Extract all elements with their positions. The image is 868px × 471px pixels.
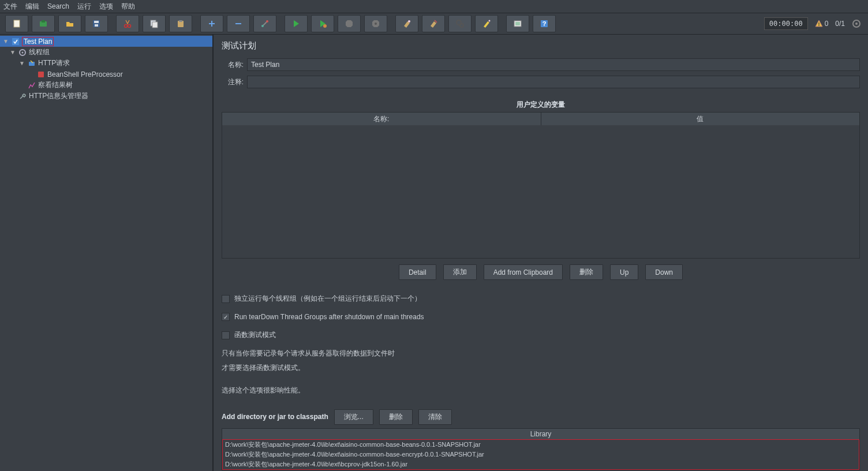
collapse-button[interactable] xyxy=(227,15,250,32)
library-row[interactable]: D:\work\安装包\apache-jmeter-4.0\lib\ext\bc… xyxy=(223,459,859,469)
delete-button[interactable]: 删除 xyxy=(570,264,603,280)
expand-button[interactable] xyxy=(200,15,223,32)
toolbar: ? 00:00:00 ! 0 0/1 xyxy=(0,13,868,35)
copy-button[interactable] xyxy=(143,15,166,32)
thread-count-value: 0/1 xyxy=(835,20,845,28)
add-from-clipboard-button[interactable]: Add from Clipboard xyxy=(484,264,563,280)
new-button[interactable] xyxy=(5,15,28,32)
add-button[interactable]: 添加 xyxy=(443,264,477,280)
menu-run[interactable]: 运行 xyxy=(77,2,91,12)
svg-point-6 xyxy=(125,25,128,28)
vars-section-title: 用户定义的变量 xyxy=(222,100,860,110)
tree-node-beanshell[interactable]: BeanShell PreProcessor xyxy=(0,69,212,80)
helper-text-1: 只有当你需要记录每个请求从服务器取得的数据到文件时 xyxy=(222,348,860,359)
svg-rect-11 xyxy=(179,20,182,22)
menu-options[interactable]: 选项 xyxy=(99,2,113,12)
tree-toggle-icon[interactable]: ▼ xyxy=(2,38,9,44)
svg-text:?: ? xyxy=(542,20,547,27)
svg-text:!: ! xyxy=(818,21,820,27)
tree-node-viewresults[interactable]: 察看结果树 xyxy=(0,80,212,91)
testplan-icon xyxy=(11,37,20,46)
save-button[interactable] xyxy=(85,15,108,32)
start-noTimers-button[interactable] xyxy=(311,15,334,32)
vars-table: 名称: 值 xyxy=(222,112,860,259)
svg-point-31 xyxy=(855,23,858,25)
toggle-button[interactable] xyxy=(253,15,276,32)
comment-input[interactable] xyxy=(247,76,860,88)
clear-all-button[interactable] xyxy=(422,15,445,32)
name-input[interactable] xyxy=(247,58,860,71)
vars-table-body[interactable] xyxy=(222,125,859,258)
panel-title: 测试计划 xyxy=(222,40,860,51)
cut-button[interactable] xyxy=(116,15,139,32)
delete-jar-button[interactable]: 删除 xyxy=(379,409,413,425)
clear-jar-button[interactable]: 清除 xyxy=(418,409,452,425)
open-button[interactable] xyxy=(58,15,81,32)
svg-point-16 xyxy=(266,20,268,23)
tree-node-testplan[interactable]: ▼ Test Plan xyxy=(0,36,212,47)
svg-point-15 xyxy=(261,25,264,27)
tree-label-testplan: Test Plan xyxy=(22,37,54,46)
svg-rect-5 xyxy=(95,24,98,27)
col-name-header[interactable]: 名称: xyxy=(222,113,541,125)
search-button[interactable] xyxy=(448,15,472,32)
beanshell-icon xyxy=(36,70,46,79)
library-header[interactable]: Library xyxy=(222,429,859,439)
tree-panel: ▼ Test Plan ▼ 线程组 ▼ HTTP请求 BeanShell Pre… xyxy=(0,35,214,471)
help-button[interactable]: ? xyxy=(533,15,556,32)
svg-point-21 xyxy=(460,24,463,27)
helper-text-3: 选择这个选项很影响性能。 xyxy=(222,385,860,396)
templates-button[interactable] xyxy=(32,15,55,32)
thread-count: 0/1 xyxy=(835,20,845,28)
menu-search[interactable]: Search xyxy=(47,2,69,10)
functest-checkbox[interactable] xyxy=(222,331,230,339)
comment-label: 注释: xyxy=(222,77,247,87)
tree-label-beanshell: BeanShell PreProcessor xyxy=(47,70,123,78)
tree-node-headermgr[interactable]: HTTP信息头管理器 xyxy=(0,91,212,102)
function-helper-button[interactable] xyxy=(506,15,529,32)
shutdown-button[interactable] xyxy=(364,15,387,32)
name-label: 名称: xyxy=(222,60,247,70)
svg-point-22 xyxy=(489,20,491,22)
gear-icon xyxy=(18,48,27,57)
tree-node-http[interactable]: ▼ HTTP请求 xyxy=(0,58,212,69)
clear-button[interactable] xyxy=(395,15,418,32)
svg-point-7 xyxy=(128,25,131,28)
teardown-checkbox[interactable]: ✓ xyxy=(222,313,230,321)
running-indicator xyxy=(852,19,861,28)
results-tree-icon xyxy=(27,81,36,90)
library-row[interactable]: D:\work\安装包\apache-jmeter-4.0\lib\ext\ai… xyxy=(223,450,859,459)
tree-node-threadgroup[interactable]: ▼ 线程组 xyxy=(0,47,212,58)
wrench-icon xyxy=(18,92,27,101)
tree-toggle-icon[interactable]: ▼ xyxy=(18,60,25,66)
svg-rect-2 xyxy=(42,20,45,23)
browse-button[interactable]: 浏览... xyxy=(334,409,373,425)
detail-button[interactable]: Detail xyxy=(399,264,436,280)
teardown-checkbox-label: Run tearDown Thread Groups after shutdow… xyxy=(234,313,424,321)
library-table: Library D:\work\安装包\apache-jmeter-4.0\li… xyxy=(222,428,860,470)
down-button[interactable]: Down xyxy=(645,264,683,280)
content-panel: 测试计划 名称: 注释: 用户定义的变量 名称: 值 Detail 添加 Add… xyxy=(214,35,868,471)
stop-button[interactable] xyxy=(338,15,361,32)
menu-help[interactable]: 帮助 xyxy=(121,2,135,12)
svg-rect-36 xyxy=(38,72,44,77)
menubar: 文件 编辑 Search 运行 选项 帮助 xyxy=(0,0,868,13)
menu-file[interactable]: 文件 xyxy=(3,2,17,12)
library-row[interactable]: D:\work\安装包\apache-jmeter-4.0\lib\ext\ai… xyxy=(223,440,859,450)
warning-count: ! 0 xyxy=(815,20,829,28)
library-body[interactable]: D:\work\安装包\apache-jmeter-4.0\lib\ext\ai… xyxy=(222,439,859,470)
serial-checkbox[interactable] xyxy=(222,295,230,303)
svg-rect-32 xyxy=(12,38,19,45)
menu-edit[interactable]: 编辑 xyxy=(25,2,39,12)
up-button[interactable]: Up xyxy=(610,264,638,280)
col-value-header[interactable]: 值 xyxy=(541,113,860,125)
svg-point-19 xyxy=(408,20,410,23)
paste-button[interactable] xyxy=(169,15,192,32)
tree-toggle-icon[interactable]: ▼ xyxy=(9,49,16,55)
serial-checkbox-label: 独立运行每个线程组（例如在一个组运行结束后启动下一个） xyxy=(234,294,421,304)
start-button[interactable] xyxy=(285,15,308,32)
tree-label-viewresults: 察看结果树 xyxy=(38,80,73,90)
svg-point-18 xyxy=(375,23,377,25)
tree-label-headermgr: HTTP信息头管理器 xyxy=(29,91,88,101)
reset-search-button[interactable] xyxy=(475,15,498,32)
